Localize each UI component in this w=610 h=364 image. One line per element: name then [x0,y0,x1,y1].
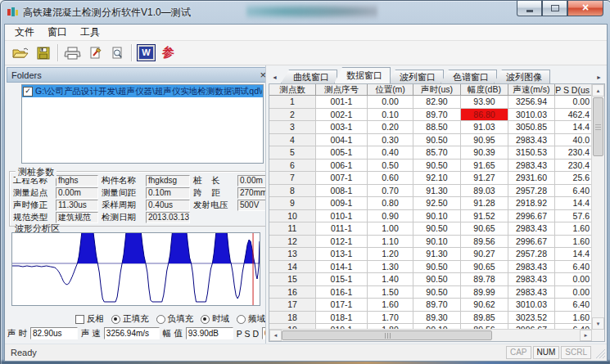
vertical-scrollbar[interactable] [591,84,604,330]
param-label-6: 声时修正 [13,200,52,211]
tab-4[interactable]: 波列图像 [494,70,550,83]
table-row[interactable]: 3003-10.2088.5091.033050.8514.4 [269,121,592,134]
table-cell: 2983.43 [508,273,555,286]
fill-radio-0[interactable]: 正填充 [111,313,149,325]
column-header-6[interactable]: P S D(us [555,84,592,96]
client-area: Folders G:\公司产品设计开发\超声仪器\超声仪实地检测数据调试qd\q… [5,65,607,344]
resize-grip[interactable] [594,347,605,358]
table-row[interactable]: 8008-10.7091.3089.032957.286.40 [269,185,592,198]
folders-title: Folders [11,70,42,80]
param-value-3: 0.00m [56,187,98,199]
readout-value-2[interactable]: 93.90dB [186,327,233,339]
page-tool-icon [88,47,102,60]
export-word-button[interactable]: W [135,43,157,63]
table-cell: 1.60 [555,236,592,249]
scroll-left-icon[interactable] [269,330,282,341]
scroll-up-icon[interactable] [592,84,604,97]
table-row[interactable]: 5005-10.4085.7090.393150.53230.4 [269,146,592,160]
open-file-button[interactable] [10,43,32,63]
close-button[interactable] [567,1,603,16]
column-header-3[interactable]: 声时(us) [413,84,461,96]
print-button[interactable] [61,43,84,63]
menu-item-0[interactable]: 文件 [8,24,41,41]
column-header-2[interactable]: 位置(m) [368,84,413,96]
print-preview-button[interactable] [106,43,128,63]
table-cell: 001-1 [316,96,368,109]
readout-value-0[interactable]: 82.90us [30,327,78,339]
table-cell: 89.56 [461,236,508,249]
table-cell: 1.60 [555,312,592,325]
folder-checkbox[interactable] [23,87,33,97]
close-panel-icon[interactable] [260,71,266,79]
column-header-0[interactable]: 测点数 [269,84,316,96]
table-row[interactable]: 17017-11.6089.7090.623010.036.40 [269,299,592,312]
invert-checkbox[interactable]: 反相 [75,313,104,325]
table-row[interactable]: 9009-10.8092.5091.282918.9214.4 [269,197,592,210]
table-cell: 3256.94 [508,96,555,109]
column-header-1[interactable]: 测点序号 [316,84,368,96]
tab-1[interactable]: 数据窗口 [334,67,391,83]
table-row[interactable]: 1001-10.0082.9093.903256.940.00 [269,96,592,109]
table-row[interactable]: 13013-11.2091.3090.272957.2814.4 [269,248,592,261]
left-panel: Folders G:\公司产品设计开发\超声仪器\超声仪实地检测数据调试qd\q… [5,65,266,344]
domain-radio-0[interactable]: 时域 [201,313,229,325]
table-cell: 90.50 [413,273,461,286]
radio-icon [237,315,246,324]
tab-0[interactable]: 曲线窗口 [281,70,337,83]
table-row[interactable]: 18018-11.7089.3089.853023.521.60 [269,312,592,325]
tab-scroll-left-icon[interactable] [269,70,281,83]
table-cell: 92.10 [413,172,461,185]
table-cell: 91.28 [461,197,508,210]
domain-radio-1[interactable]: 频域 [237,313,265,325]
save-button[interactable] [32,43,54,63]
table-row[interactable]: 16016-11.5090.5089.992983.430.00 [269,286,592,299]
print-setup-button[interactable] [84,43,106,63]
param-value-0: fhghs [56,175,98,186]
param-label-1: 构件名称 [102,175,142,186]
folders-panel-header[interactable]: Folders [7,67,266,83]
parameters-button[interactable]: 参 [157,43,179,63]
waveform-plot[interactable] [11,232,260,306]
table-cell: 82.90 [413,96,461,109]
table-row[interactable]: 6006-10.5090.5091.652983.43230.4 [269,160,592,173]
data-table: 测点数测点序号位置(m)声时(us)幅度(dB)声速(m/s)P S D(us … [269,83,605,342]
column-header-5[interactable]: 声速(m/s) [508,84,555,96]
table-row[interactable]: 2002-10.1089.7086.803010.03462.4 [269,109,592,122]
tab-2[interactable]: 波列窗口 [387,70,444,83]
table-cell: 008-1 [316,185,368,198]
menu-item-2[interactable]: 工具 [74,24,106,41]
table-cell: 015-1 [316,273,368,286]
tab-scroll-right-icon[interactable] [593,70,605,83]
table-cell: 88.50 [413,121,461,134]
table-row[interactable]: 4004-10.3090.5090.952983.4340.0 [269,134,592,147]
column-header-4[interactable]: 幅度(dB) [461,84,508,96]
folder-list-item[interactable]: G:\公司产品设计开发\超声仪器\超声仪实地检测数据调试qd\qd03\qd03… [22,85,263,97]
horizontal-scrollbar[interactable] [269,329,592,341]
minimize-button[interactable] [517,1,542,16]
table-row[interactable]: 14014-11.3090.5090.652983.436.40 [269,261,592,274]
table-cell: 89.70 [413,299,461,312]
table-cell: 1 [269,96,316,109]
table-row[interactable]: 11011-11.0090.5090.652983.431.60 [269,222,592,236]
table-row[interactable]: 7007-10.6092.1091.272931.6025.6 [269,172,592,185]
readout-value-1[interactable]: 3256.94m/s [104,327,160,339]
table-cell: 2996.67 [508,210,555,223]
scroll-right-icon[interactable] [580,330,592,341]
table-cell: 2957.28 [508,185,555,198]
menu-item-1[interactable]: 窗口 [41,24,74,41]
folders-listbox[interactable]: G:\公司产品设计开发\超声仪器\超声仪实地检测数据调试qd\qd03\qd03… [21,84,264,164]
waveform-controls: 反相 正填充 负填充 时域 [75,313,265,325]
table-cell: 2983.43 [508,160,555,173]
tab-3[interactable]: 色谱窗口 [441,70,497,83]
scroll-down-icon[interactable] [592,317,604,330]
table-row[interactable]: 12012-11.1090.1089.562996.671.60 [269,236,592,249]
hscroll-thumb[interactable] [282,330,492,340]
maximize-button[interactable] [542,1,567,16]
table-cell: 9 [269,197,316,210]
table-row[interactable]: 10010-10.9090.1091.522996.6757.6 [269,210,592,223]
vscroll-thumb[interactable] [593,97,603,156]
table-row[interactable]: 15015-11.4090.5089.782983.430.00 [269,273,592,286]
fill-radio-1[interactable]: 负填充 [156,313,194,325]
table-cell: 012-1 [316,236,368,249]
table-cell: 91.30 [413,185,461,198]
